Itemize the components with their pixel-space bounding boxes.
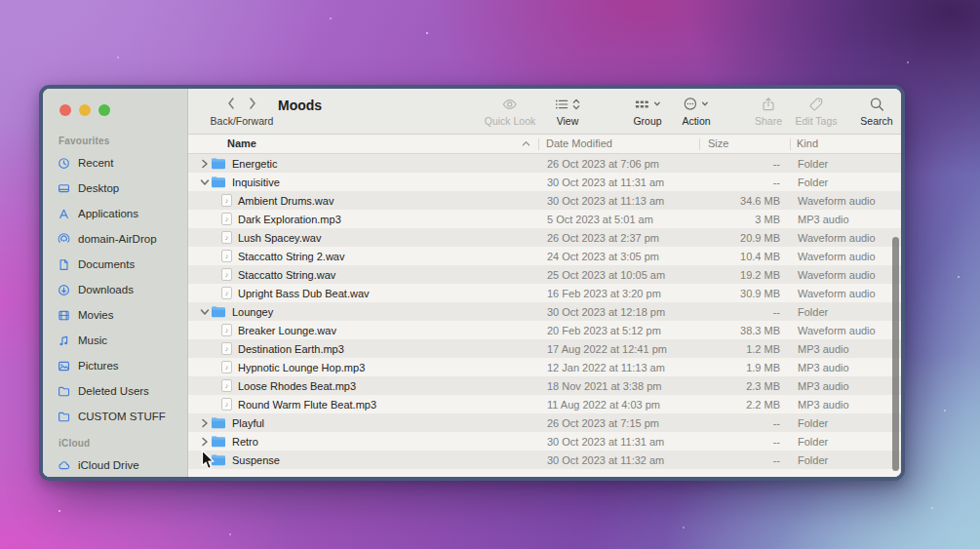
- file-name: Upright Bass Dub Beat.wav: [238, 288, 370, 299]
- sidebar-item-deleted-users[interactable]: Deleted Users: [43, 378, 187, 404]
- kind-cell: Folder: [781, 158, 901, 170]
- clock-icon: [57, 156, 71, 170]
- sidebar-section-gap: [43, 429, 187, 438]
- toolbar: Back/Forward Moods Quick Look View: [188, 89, 901, 135]
- kind-cell: Folder: [781, 436, 901, 448]
- file-row[interactable]: ♪Ambient Drums.wav30 Oct 2023 at 11:13 a…: [188, 191, 901, 210]
- date-modified-cell: 25 Oct 2023 at 10:05 am: [547, 269, 693, 281]
- sidebar-item-label: Downloads: [78, 284, 134, 295]
- main-area: Back/Forward Moods Quick Look View: [188, 89, 901, 477]
- file-row[interactable]: ♪Staccatto String.wav25 Oct 2023 at 10:0…: [188, 265, 901, 284]
- file-row[interactable]: ♪Destination Earth.mp317 Aug 2022 at 12:…: [188, 339, 901, 358]
- share-icon: [755, 95, 782, 113]
- date-modified-cell: 18 Nov 2021 at 3:38 pm: [547, 380, 693, 392]
- date-modified-cell: 30 Oct 2023 at 11:31 am: [547, 436, 693, 448]
- column-divider[interactable]: [538, 138, 539, 150]
- magnifier-icon: [860, 95, 892, 113]
- sidebar-item-label: CUSTOM STUFF: [78, 411, 166, 422]
- name-cell: ♪Staccatto String.wav: [188, 268, 547, 281]
- list-column-headers: Name Date Modified Size Kind: [188, 135, 901, 154]
- view-button[interactable]: View: [555, 95, 581, 132]
- kind-cell: MP3 audio: [781, 399, 901, 411]
- back-button[interactable]: [226, 97, 236, 110]
- group-button[interactable]: Group: [633, 95, 661, 132]
- ellipsis-circle-icon: [682, 95, 710, 113]
- name-cell: ♪Dark Exploration.mp3: [188, 213, 547, 225]
- desktop-icon: [57, 181, 71, 195]
- disclosure-collapsed-icon[interactable]: [198, 437, 211, 447]
- audio-file-icon: ♪: [221, 324, 232, 336]
- kind-cell: MP3 audio: [781, 380, 901, 392]
- sidebar-item-music[interactable]: Music: [43, 328, 187, 353]
- window-title: Moods: [278, 98, 322, 113]
- date-modified-cell: 5 Oct 2023 at 5:01 am: [547, 214, 693, 225]
- file-row-folder[interactable]: Loungey30 Oct 2023 at 12:18 pm--Folder: [188, 302, 901, 321]
- sidebar-item-label: Documents: [78, 258, 135, 270]
- file-row[interactable]: ♪Round Warm Flute Beat.mp311 Aug 2022 at…: [188, 395, 901, 413]
- disclosure-collapsed-icon[interactable]: [198, 418, 211, 428]
- column-divider[interactable]: [699, 138, 700, 150]
- sidebar-item-domain-airdrop[interactable]: domain-AirDrop: [43, 226, 187, 252]
- column-header-kind[interactable]: Kind: [797, 137, 818, 149]
- file-row-folder[interactable]: Playful26 Oct 2023 at 7:15 pm--Folder: [188, 413, 901, 432]
- name-cell: ♪Round Warm Flute Beat.mp3: [188, 398, 547, 411]
- file-name: Loose Rhodes Beat.mp3: [238, 380, 356, 392]
- sidebar-item-movies[interactable]: Movies: [43, 302, 187, 328]
- column-header-size[interactable]: Size: [708, 137, 728, 149]
- file-row[interactable]: ♪Breaker Lounge.wav20 Feb 2023 at 5:12 p…: [188, 321, 901, 339]
- file-row-folder[interactable]: Retro30 Oct 2023 at 11:31 am--Folder: [188, 432, 901, 451]
- applications-icon: [57, 207, 71, 220]
- sidebar-item-label: Desktop: [78, 182, 119, 194]
- sidebar-item-desktop[interactable]: Desktop: [43, 176, 187, 201]
- edit-tags-button[interactable]: Edit Tags: [796, 95, 838, 132]
- sidebar-item-recent[interactable]: Recent: [43, 150, 187, 176]
- audio-file-icon: ♪: [221, 213, 232, 225]
- file-row-folder[interactable]: Inquisitive30 Oct 2023 at 11:31 am--Fold…: [188, 173, 901, 191]
- sidebar-item-downloads[interactable]: Downloads: [43, 277, 187, 302]
- sidebar-item-icloud-drive[interactable]: iCloud Drive: [43, 452, 187, 478]
- audio-file-icon: ♪: [221, 250, 232, 262]
- kind-cell: Waveform audio: [781, 288, 901, 299]
- download-icon: [57, 283, 71, 296]
- name-cell: ♪Breaker Lounge.wav: [188, 324, 547, 336]
- file-row-folder[interactable]: Suspense30 Oct 2023 at 11:32 am--Folder: [188, 451, 901, 469]
- disclosure-collapsed-icon[interactable]: [198, 159, 211, 169]
- sidebar-item-applications[interactable]: Applications: [43, 201, 187, 226]
- size-cell: 38.3 MB: [693, 325, 781, 336]
- file-row[interactable]: ♪Lush Spacey.wav26 Oct 2023 at 2:37 pm20…: [188, 228, 901, 247]
- file-row[interactable]: ♪Staccatto String 2.wav24 Oct 2023 at 3:…: [188, 247, 901, 265]
- file-row[interactable]: ♪Upright Bass Dub Beat.wav16 Feb 2023 at…: [188, 284, 901, 302]
- share-button[interactable]: Share: [755, 95, 782, 132]
- kind-cell: Waveform audio: [781, 232, 901, 244]
- column-header-name[interactable]: Name: [227, 137, 256, 149]
- file-row[interactable]: ♪Hypnotic Lounge Hop.mp312 Jan 2022 at 1…: [188, 358, 901, 376]
- file-row[interactable]: ♪Dark Exploration.mp35 Oct 2023 at 5:01 …: [188, 210, 901, 228]
- file-name: Lush Spacey.wav: [238, 232, 321, 244]
- close-button[interactable]: [59, 104, 71, 116]
- sidebar-item-label: Movies: [78, 309, 113, 321]
- quick-look-button[interactable]: Quick Look: [485, 95, 536, 132]
- action-button[interactable]: Action: [682, 95, 710, 132]
- zoom-button[interactable]: [98, 104, 110, 116]
- cloud-icon: [57, 458, 71, 472]
- column-header-date-modified[interactable]: Date Modified: [546, 137, 612, 149]
- vertical-scrollbar-thumb[interactable]: [892, 237, 899, 471]
- forward-button[interactable]: [248, 97, 257, 110]
- audio-file-icon: ♪: [221, 287, 232, 299]
- search-button[interactable]: Search: [860, 95, 892, 132]
- file-row-folder[interactable]: Energetic26 Oct 2023 at 7:06 pm--Folder: [188, 154, 901, 173]
- sidebar-item-custom-stuff[interactable]: CUSTOM STUFF: [43, 404, 187, 429]
- file-name: Breaker Lounge.wav: [238, 325, 336, 336]
- sidebar-item-pictures[interactable]: Pictures: [43, 353, 187, 378]
- disclosure-expanded-icon[interactable]: [198, 177, 211, 187]
- disclosure-expanded-icon[interactable]: [198, 307, 211, 317]
- column-divider[interactable]: [790, 138, 791, 150]
- back-forward-group: Back/Forward: [208, 95, 276, 132]
- file-name: Suspense: [232, 454, 280, 466]
- date-modified-cell: 30 Oct 2023 at 11:32 am: [547, 454, 693, 466]
- sidebar-item-documents[interactable]: Documents: [43, 252, 187, 277]
- date-modified-cell: 30 Oct 2023 at 12:18 pm: [547, 306, 693, 318]
- minimize-button[interactable]: [79, 104, 91, 116]
- date-modified-cell: 30 Oct 2023 at 11:13 am: [547, 195, 693, 207]
- file-row[interactable]: ♪Loose Rhodes Beat.mp318 Nov 2021 at 3:3…: [188, 376, 901, 395]
